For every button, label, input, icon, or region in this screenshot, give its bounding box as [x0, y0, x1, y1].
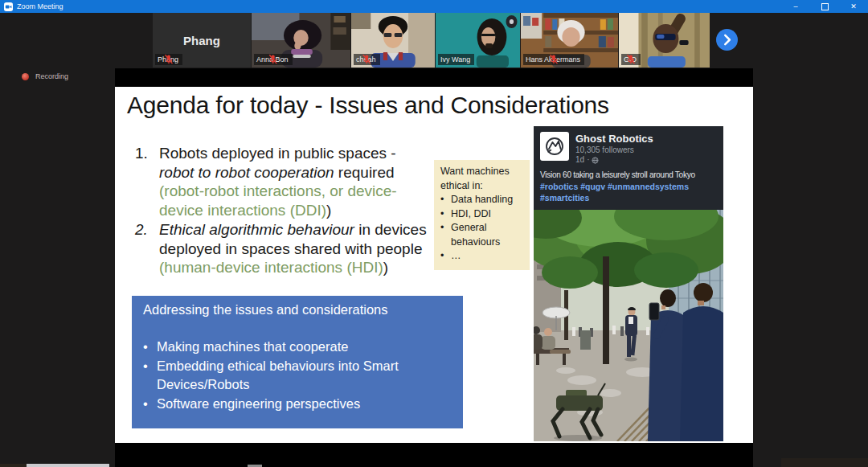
- participant-name-label: Hans Akkermans: [523, 54, 584, 65]
- chevron-right-icon: [716, 29, 738, 51]
- minimize-button[interactable]: –: [781, 0, 810, 13]
- next-participants-button[interactable]: [716, 29, 738, 51]
- post-followers: 10,305 followers: [575, 145, 653, 155]
- post-author[interactable]: Ghost Robotics: [575, 133, 653, 145]
- post-header: Ghost Robotics 10,305 followers 1d· Visi…: [534, 126, 723, 210]
- addressing-issues-box: Addressing the issues and considerations…: [132, 296, 463, 428]
- screen-share-area: Agenda for today - Issues and Considerat…: [115, 68, 753, 467]
- desktop-sliver: [0, 464, 27, 467]
- participant-name-label: Anna Bon: [254, 54, 293, 65]
- mic-muted-icon: [254, 54, 293, 65]
- presentation-slide: Agenda for today - Issues and Considerat…: [115, 87, 753, 443]
- maximize-button[interactable]: [810, 0, 839, 13]
- participant-tile-anna-bon[interactable]: Anna Bon: [252, 13, 350, 68]
- agenda-item-1: 1. Robots deployed in public spaces - ro…: [135, 144, 397, 219]
- title-bar: Zoom Meeting – ✕: [0, 0, 868, 13]
- participant-name-label: cheah: [354, 54, 380, 65]
- post-meta: 1d·: [575, 155, 653, 165]
- participant-name-label: Phang: [155, 54, 182, 65]
- ethics-callout-heading: Want machines ethical in:: [440, 165, 526, 193]
- ethics-callout-box: Want machines ethical in: •Data handling…: [434, 160, 530, 270]
- mic-muted-icon: [155, 54, 182, 65]
- participant-name-label: GID: [621, 54, 641, 65]
- post-photo-tokyo-street: [534, 210, 723, 441]
- addressing-issues-heading: Addressing the issues and considerations: [143, 302, 457, 317]
- recording-dot-icon: [22, 73, 29, 80]
- linkedin-post-card: Ghost Robotics 10,305 followers 1d· Visi…: [534, 126, 723, 441]
- taskbar-sliver: [27, 464, 109, 467]
- globe-icon: [592, 157, 599, 164]
- mic-muted-icon: [354, 54, 380, 65]
- ghost-robotics-logo-icon: [540, 132, 569, 161]
- mic-muted-icon: [523, 54, 584, 65]
- zoom-meeting-window: Zoom Meeting – ✕ Phang Phang Anna: [0, 0, 868, 467]
- post-caption: Vision 60 taking a leisurely stroll arou…: [540, 170, 717, 179]
- participant-tile-gid[interactable]: GID: [619, 13, 710, 68]
- participant-tile-ivy-wang[interactable]: Ivy Wang: [436, 13, 520, 68]
- window-title: Zoom Meeting: [17, 2, 63, 10]
- desktop-sliver: [781, 458, 868, 467]
- mic-muted-icon: [621, 54, 641, 65]
- zoom-app-icon: [4, 2, 13, 11]
- recording-indicator: Recording: [22, 72, 68, 80]
- participant-name-label: Ivy Wang: [438, 54, 474, 65]
- maximize-icon: [821, 3, 829, 10]
- participant-tile-cheah[interactable]: cheah: [351, 13, 435, 68]
- close-button[interactable]: ✕: [839, 0, 868, 13]
- agenda-item-2: 2. Ethical algorithmic behaviour in devi…: [135, 220, 427, 277]
- slide-title: Agenda for today - Issues and Considerat…: [127, 92, 609, 119]
- participant-tile-phang[interactable]: Phang Phang: [153, 13, 251, 68]
- recording-label: Recording: [35, 72, 68, 80]
- participant-tile-hans-akkermans[interactable]: Hans Akkermans: [521, 13, 618, 68]
- post-hashtags[interactable]: #robotics #qugv #unmannedsystems #smartc…: [540, 181, 717, 203]
